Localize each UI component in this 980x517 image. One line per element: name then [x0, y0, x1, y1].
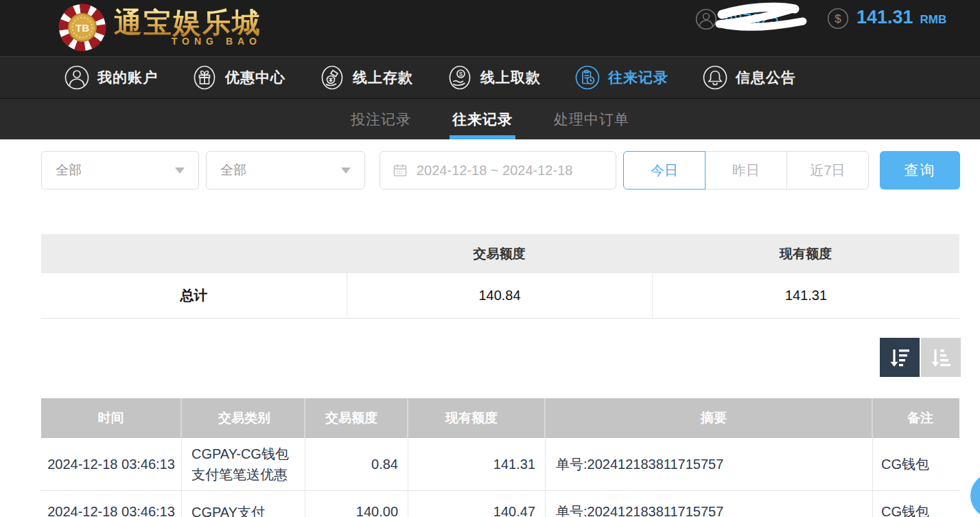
deposit-icon	[319, 65, 345, 91]
svg-text:$: $	[459, 71, 463, 78]
tab-transaction-records[interactable]: 往来记录	[450, 99, 515, 139]
sort-descending-icon	[887, 345, 912, 370]
summary-total-label: 总计	[41, 273, 347, 318]
brand-name-cn: 通宝娱乐城	[114, 8, 261, 38]
chevron-down-icon	[341, 168, 351, 174]
casino-chip-logo-icon: TB	[58, 3, 107, 52]
svg-text:$: $	[835, 12, 841, 25]
type-select[interactable]: 全部	[41, 151, 199, 189]
nav-item-withdraw[interactable]: $ 线上取款	[447, 65, 541, 91]
table-row: 2024-12-18 03:46:13 CGPAY支付 140.00 140.4…	[41, 491, 959, 517]
col-header-amount: 交易额度	[305, 398, 408, 438]
withdraw-icon: $	[447, 65, 473, 91]
summary-total-row: 总计 140.84 141.31	[41, 273, 959, 319]
summary-header-row: 交易额度 现有额度	[41, 234, 959, 273]
sort-controls	[880, 338, 961, 377]
summary-balance-total: 141.31	[652, 273, 959, 318]
customer-service-bubble[interactable]	[970, 473, 980, 517]
summary-table: 交易额度 现有额度 总计 140.84 141.31	[41, 234, 959, 319]
cell-category: CGPAY-CG钱包支付笔笔送优惠	[182, 438, 305, 490]
top-header: TB 通宝娱乐城 TONG BAO b87325	[0, 0, 980, 56]
sort-ascending-icon	[929, 345, 953, 370]
nav-item-announcements[interactable]: 信息公告	[702, 65, 796, 91]
tab-betting-records[interactable]: 投注记录	[348, 99, 414, 139]
search-button[interactable]: 查询	[880, 151, 960, 189]
brand-logo[interactable]: TB 通宝娱乐城 TONG BAO	[58, 3, 261, 52]
col-header-summary: 摘要	[546, 398, 873, 438]
cell-summary: 单号:202412183811715757	[546, 491, 873, 517]
gift-icon	[191, 65, 218, 91]
summary-header-balance: 现有额度	[652, 234, 959, 273]
nav-item-promotions[interactable]: 优惠中心	[191, 65, 285, 91]
svg-text:TB: TB	[75, 22, 89, 34]
nav-item-my-account[interactable]: 我的账户	[64, 65, 158, 91]
yesterday-button[interactable]: 昨日	[705, 151, 787, 189]
brand-text: 通宝娱乐城 TONG BAO	[114, 8, 261, 47]
records-table-header: 时间 交易类别 交易额度 现有额度 摘要 备注	[41, 398, 959, 438]
active-tab-underline	[450, 135, 515, 139]
summary-transaction-total: 140.84	[347, 273, 652, 318]
nav-item-transaction-records[interactable]: 往来记录	[574, 65, 668, 91]
cell-note: CG钱包	[873, 438, 959, 490]
col-header-note: 备注	[873, 398, 959, 438]
date-range-value: 2024-12-18 ~ 2024-12-18	[417, 163, 572, 179]
transaction-records-page: TB 通宝娱乐城 TONG BAO b87325	[0, 0, 980, 517]
date-range-input[interactable]: 2024-12-18 ~ 2024-12-18	[380, 151, 616, 189]
col-header-time: 时间	[41, 398, 182, 438]
cell-summary: 单号:202412183811715757	[546, 438, 873, 490]
username-text: b87325	[725, 10, 779, 28]
nav-item-deposit[interactable]: 线上存款	[319, 65, 413, 91]
today-button[interactable]: 今日	[623, 151, 705, 189]
bell-icon	[702, 65, 728, 91]
tab-pending-orders[interactable]: 处理中订单	[551, 99, 632, 139]
cell-balance: 140.47	[408, 491, 546, 517]
cell-time: 2024-12-18 03:46:13	[41, 438, 182, 490]
main-navigation: 我的账户 优惠中心	[0, 56, 980, 98]
dollar-circle-icon: $	[826, 7, 850, 30]
cell-note: CG钱包	[873, 491, 959, 517]
user-circle-icon	[695, 8, 718, 31]
balance-amount: 141.31	[856, 7, 913, 28]
filter-bar: 全部 全部 2024-12-18 ~ 2024-12-18 今	[41, 151, 961, 189]
records-table: 时间 交易类别 交易额度 现有额度 摘要 备注 2024-12-18 03:46…	[41, 398, 959, 517]
col-header-category: 交易类别	[182, 398, 305, 438]
summary-header-empty	[41, 234, 347, 273]
summary-header-transaction: 交易额度	[347, 234, 652, 273]
sort-ascending-button[interactable]	[921, 338, 961, 377]
category-select[interactable]: 全部	[206, 151, 365, 189]
records-icon	[574, 65, 600, 91]
cell-time: 2024-12-18 03:46:13	[41, 491, 182, 517]
account-chip[interactable]: b87325	[695, 8, 779, 31]
sort-descending-button[interactable]	[880, 338, 920, 377]
quick-date-buttons: 今日 昨日 近7日	[623, 151, 869, 189]
cell-category: CGPAY支付	[182, 491, 305, 517]
user-icon	[64, 65, 90, 91]
cell-balance: 141.31	[408, 438, 546, 490]
cell-amount: 140.00	[305, 491, 408, 517]
balance-display[interactable]: $ 141.31 RMB	[826, 7, 946, 30]
col-header-balance: 现有额度	[408, 398, 546, 438]
balance-currency: RMB	[920, 13, 947, 27]
cell-amount: 0.84	[305, 438, 408, 490]
chevron-down-icon	[175, 168, 185, 174]
last7days-button[interactable]: 近7日	[786, 151, 869, 189]
record-tabs: 投注记录 往来记录 处理中订单	[0, 98, 980, 139]
calendar-icon	[393, 163, 408, 178]
table-row: 2024-12-18 03:46:13 CGPAY-CG钱包支付笔笔送优惠 0.…	[41, 438, 959, 491]
